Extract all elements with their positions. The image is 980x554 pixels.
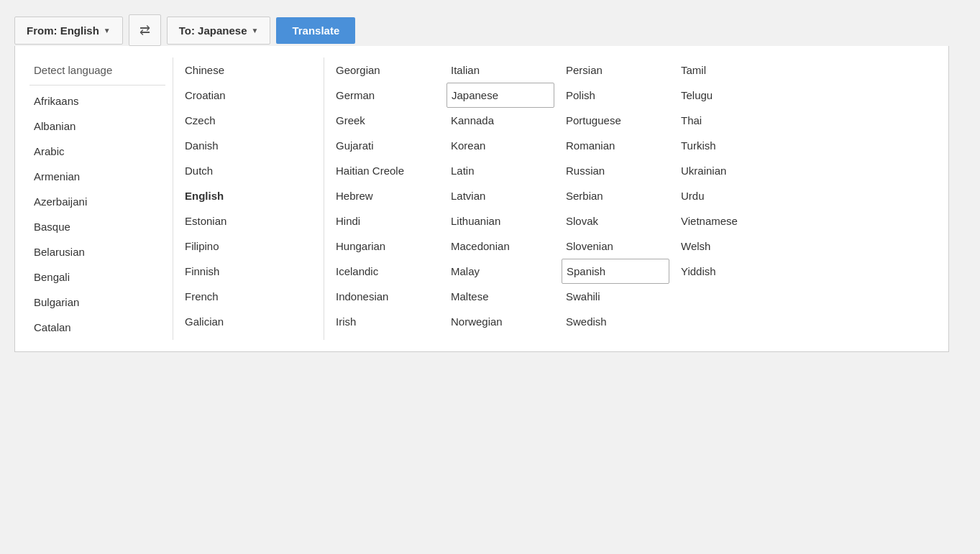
- list-item[interactable]: Bulgarian: [29, 290, 165, 315]
- from-language-button[interactable]: From: English ▼: [14, 17, 123, 45]
- list-item[interactable]: Swedish: [562, 309, 669, 334]
- list-item[interactable]: Portuguese: [562, 108, 669, 133]
- toolbar: From: English ▼ ⇄ To: Japanese ▼ Transla…: [14, 14, 966, 46]
- list-item[interactable]: Slovenian: [562, 234, 669, 259]
- from-dropdown-arrow: ▼: [104, 27, 111, 34]
- list-item[interactable]: Russian: [562, 158, 669, 183]
- translate-button[interactable]: Translate: [276, 17, 355, 44]
- list-item[interactable]: Greek: [331, 108, 439, 133]
- list-item[interactable]: Macedonian: [447, 234, 554, 259]
- list-item[interactable]: Belarusian: [29, 239, 165, 264]
- list-item[interactable]: English: [180, 183, 316, 208]
- list-item[interactable]: Serbian: [562, 183, 669, 208]
- list-item[interactable]: Italian: [447, 57, 554, 83]
- list-item[interactable]: Finnish: [180, 259, 316, 284]
- list-item[interactable]: Latin: [447, 158, 554, 183]
- list-item[interactable]: Georgian: [331, 57, 439, 83]
- col-2: Chinese Croatian Czech Danish Dutch Engl…: [180, 57, 324, 340]
- list-item[interactable]: Norwegian: [447, 309, 554, 334]
- language-dropdown-panel: Detect language Afrikaans Albanian Arabi…: [14, 46, 949, 352]
- list-item[interactable]: Indonesian: [331, 284, 439, 309]
- list-item[interactable]: Catalan: [29, 315, 165, 340]
- list-item[interactable]: Chinese: [180, 57, 316, 83]
- list-item[interactable]: Persian: [562, 57, 669, 83]
- list-item[interactable]: Welsh: [677, 234, 784, 259]
- list-item[interactable]: Romanian: [562, 133, 669, 158]
- translate-label: Translate: [292, 24, 339, 37]
- col-5: Persian Polish Portuguese Romanian Russi…: [562, 57, 677, 340]
- list-item[interactable]: Polish: [562, 83, 669, 108]
- list-item[interactable]: Czech: [180, 108, 316, 133]
- list-item[interactable]: German: [331, 83, 439, 108]
- cols-wrapper: Chinese Croatian Czech Danish Dutch Engl…: [180, 57, 934, 340]
- list-item[interactable]: Tamil: [677, 57, 784, 83]
- list-item[interactable]: Danish: [180, 133, 316, 158]
- list-item[interactable]: Maltese: [447, 284, 554, 309]
- list-item[interactable]: Thai: [677, 108, 784, 133]
- list-item[interactable]: Haitian Creole: [331, 158, 439, 183]
- list-item[interactable]: Ukrainian: [677, 158, 784, 183]
- col-1: Detect language Afrikaans Albanian Arabi…: [29, 57, 173, 340]
- list-item[interactable]: Hindi: [331, 208, 439, 234]
- detect-language-item[interactable]: Detect language: [29, 57, 165, 86]
- list-item[interactable]: Irish: [331, 309, 439, 334]
- list-item[interactable]: Basque: [29, 214, 165, 239]
- col-3: Georgian German Greek Gujarati Haitian C…: [331, 57, 447, 340]
- list-item[interactable]: Hungarian: [331, 234, 439, 259]
- list-item[interactable]: Dutch: [180, 158, 316, 183]
- list-item[interactable]: Albanian: [29, 114, 165, 139]
- list-item[interactable]: Croatian: [180, 83, 316, 108]
- list-item[interactable]: Lithuanian: [447, 208, 554, 234]
- list-item[interactable]: Gujarati: [331, 133, 439, 158]
- list-item[interactable]: Telugu: [677, 83, 784, 108]
- list-item[interactable]: Armenian: [29, 164, 165, 189]
- swap-icon: ⇄: [139, 22, 150, 38]
- list-item[interactable]: Filipino: [180, 234, 316, 259]
- list-item[interactable]: Vietnamese: [677, 208, 784, 234]
- swap-languages-button[interactable]: ⇄: [129, 14, 161, 46]
- list-item[interactable]: Korean: [447, 133, 554, 158]
- col-4: Italian Japanese Kannada Korean Latin La…: [447, 57, 562, 340]
- list-item[interactable]: Galician: [180, 309, 316, 334]
- list-item[interactable]: Malay: [447, 259, 554, 284]
- list-item[interactable]: Hebrew: [331, 183, 439, 208]
- list-item[interactable]: Slovak: [562, 208, 669, 234]
- from-language-label: From: English: [27, 24, 99, 37]
- list-item[interactable]: Latvian: [447, 183, 554, 208]
- list-item[interactable]: Afrikaans: [29, 88, 165, 114]
- list-item[interactable]: Yiddish: [677, 259, 784, 284]
- to-dropdown-arrow: ▼: [252, 27, 259, 34]
- list-item[interactable]: French: [180, 284, 316, 309]
- list-item[interactable]: Arabic: [29, 139, 165, 164]
- list-item[interactable]: Icelandic: [331, 259, 439, 284]
- list-item[interactable]: Swahili: [562, 284, 669, 309]
- list-item[interactable]: Estonian: [180, 208, 316, 234]
- list-item[interactable]: Turkish: [677, 133, 784, 158]
- list-item[interactable]: Azerbaijani: [29, 189, 165, 214]
- to-language-label: To: Japanese: [179, 24, 247, 37]
- list-item[interactable]: Urdu: [677, 183, 784, 208]
- to-language-button[interactable]: To: Japanese ▼: [167, 17, 271, 45]
- list-item[interactable]: Bengali: [29, 264, 165, 290]
- col-6: Tamil Telugu Thai Turkish Ukrainian Urdu…: [677, 57, 792, 340]
- list-item[interactable]: Kannada: [447, 108, 554, 133]
- list-item-japanese[interactable]: Japanese: [447, 83, 554, 108]
- list-item-spanish[interactable]: Spanish: [562, 259, 669, 284]
